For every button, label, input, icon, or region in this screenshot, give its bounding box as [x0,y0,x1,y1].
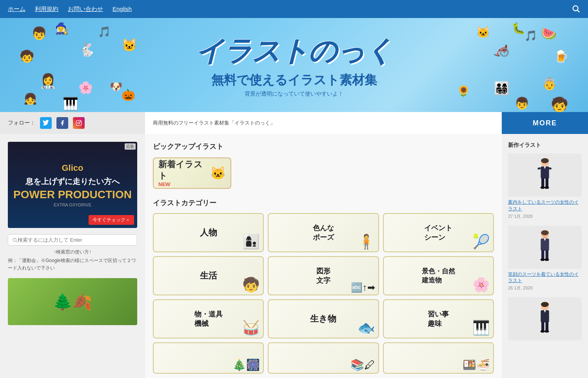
new-illust-item-1: 案内をしているスーツの女性のイラスト 27 1月, 2020 [508,154,582,219]
ad-sub: EXTRA OXYDRIVE [54,203,91,207]
site-tagline: 背景が透明になっていて使いやすいよ！ [195,90,393,98]
ad-tagline: 息を上げずに走りたい方へ [25,176,120,187]
category-grid-extra: 🎄🎆 📚🖊 🍱🍜 [153,342,494,374]
svg-point-18 [541,230,549,235]
nav-terms[interactable]: 利用規約 [35,5,58,13]
new-illust-date-2: 26 1月, 2020 [508,285,582,291]
ad-logo: Glico [62,163,83,173]
svg-rect-2 [76,120,81,125]
search-note: 例：「運動会」※Google検索の様にスペースで区切って２ワード入れないで下さい [8,257,137,272]
ad-product: POWER PRODUCTION [13,188,132,201]
new-illust-item-3 [508,297,582,340]
search-input[interactable] [18,237,133,243]
new-illust-img-1 [508,154,582,197]
category-extra2[interactable]: 📚🖊 [268,342,379,374]
svg-point-23 [541,258,545,261]
svg-point-14 [544,186,549,189]
svg-rect-30 [546,322,548,332]
follow-bar: フォロー： 商用無料のフリーイラスト素材集「イラストのっく」 MORE [0,112,588,134]
category-生き物[interactable]: 生き物 🐟 [268,299,379,338]
instagram-icon[interactable] [73,117,85,129]
bottom-thumbnail[interactable]: 🌲🍂 [8,278,137,325]
pickup-badge: NEW [158,181,207,187]
svg-rect-29 [541,322,544,332]
svg-point-5 [13,238,16,241]
category-イベントシーン[interactable]: イベントシーン 🎾 [383,213,494,252]
ad-cta-button[interactable]: 今すぐチェック＞ [89,215,134,225]
new-illust-link-2[interactable]: 笑顔のスーツを着ている女性のイラスト [508,271,582,284]
figure-svg-3 [531,301,559,336]
category-人物[interactable]: 人物 👩‍👦 [153,213,264,252]
new-illust-link-1[interactable]: 案内をしているスーツの女性のイラスト [508,199,582,212]
left-sidebar: 広告 Glico 息を上げずに走りたい方へ POWER PRODUCTION E… [0,134,145,378]
svg-point-3 [78,122,80,124]
category-extra1[interactable]: 🎄🎆 [153,342,264,374]
follow-label: フォロー： [8,119,35,127]
new-illust-img-2 [508,226,582,269]
svg-rect-16 [537,167,541,170]
category-生活[interactable]: 生活 🧒 [153,256,264,295]
svg-point-0 [573,5,578,11]
breadcrumb: 商用無料のフリーイラスト素材集「イラストのっく」 [145,112,502,134]
main-content: ピックアップイラスト 新着イラスト NEW 🐱 イラストカテゴリー 人物 👩‍👦… [145,134,502,378]
new-illust-item-2: 笑顔のスーツを着ている女性のイラスト 26 1月, 2020 [508,226,582,291]
facebook-icon[interactable] [56,117,68,129]
category-習い事[interactable]: 習い事趣味 🎹 [383,299,494,338]
svg-rect-12 [546,178,548,188]
svg-line-1 [577,10,579,12]
twitter-icon[interactable] [40,117,52,129]
category-図形文字[interactable]: 図形文字 🔤↑➡ [268,256,379,295]
pickup-title: ピックアップイラスト [153,142,494,151]
more-button[interactable]: MORE [502,112,588,134]
pickup-banner[interactable]: 新着イラスト NEW 🐱 [153,157,231,189]
ad-label: 広告 [125,143,136,150]
new-illust-date-1: 27 1月, 2020 [508,213,582,219]
site-title-main: イラストのっく [195,33,393,70]
pickup-banner-text: 新着イラスト [158,159,207,181]
svg-line-6 [16,241,17,242]
category-extra3[interactable]: 🍱🍜 [383,342,494,374]
nav-contact[interactable]: お問い合わせ [68,5,103,13]
nav-english[interactable]: English [113,5,132,13]
search-icon [12,237,18,243]
header-search-button[interactable] [572,4,580,14]
top-nav: ホーム 利用規約 お問い合わせ English [0,0,588,18]
svg-point-13 [541,186,545,189]
figure-svg-1 [531,157,559,193]
category-色んなポーズ[interactable]: 色んなポーズ 🧍 [268,213,379,252]
svg-point-24 [544,258,549,261]
site-title-sub: 無料で使えるイラスト素材集 [195,72,393,89]
category-title: イラストカテゴリー [153,198,494,208]
right-sidebar: 新作イラスト [502,134,588,378]
advertisement[interactable]: 広告 Glico 息を上げずに走りたい方へ POWER PRODUCTION E… [8,142,137,228]
svg-point-8 [541,158,549,163]
svg-point-32 [544,330,549,333]
main-layout: 広告 Glico 息を上げずに走りたい方へ POWER PRODUCTION E… [0,134,588,378]
search-box[interactable] [8,234,137,246]
figure-svg-2 [531,230,559,265]
new-illust-img-3 [508,297,582,340]
nav-home[interactable]: ホーム [8,5,25,13]
svg-point-4 [80,121,80,122]
category-景色自然[interactable]: 景色・自然建造物 🌸 [383,256,494,295]
svg-point-31 [541,330,545,333]
site-banner: 👦 🧙‍♀️ 🧒 🐇 🎵 🐱 👩‍⚕️ 🌸 👧 🐶 🎹 🎃 🍉 🐛 🍺 🦽 🎵 … [0,18,588,112]
svg-point-26 [541,302,549,307]
nav-links: ホーム 利用規約 お問い合わせ English [8,5,132,13]
category-物道具[interactable]: 物・道具機械 🥁 [153,299,264,338]
svg-rect-11 [541,178,544,188]
follow-section: フォロー： [0,112,145,134]
svg-rect-21 [541,250,544,260]
svg-rect-22 [546,250,548,260]
right-sidebar-title: 新作イラスト [508,142,582,149]
category-grid: 人物 👩‍👦 色んなポーズ 🧍 イベントシーン 🎾 生活 🧒 図形文字 🔤↑➡ [153,213,494,338]
search-hint: ↑検索窓の使い方↑ [8,249,137,255]
banner-title: イラストのっく 無料で使えるイラスト素材集 背景が透明になっていて使いやすいよ！ [195,33,393,98]
